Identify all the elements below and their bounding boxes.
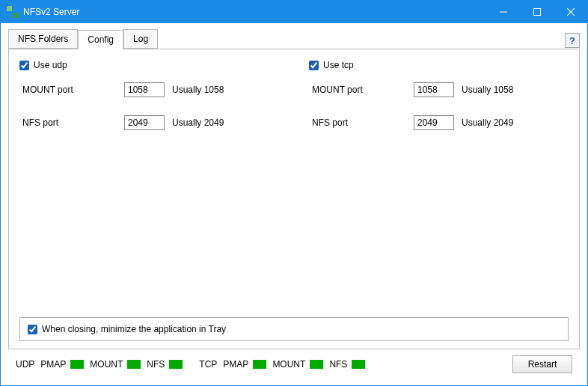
use-tcp-label: Use tcp (323, 60, 354, 70)
tab-log[interactable]: Log (123, 29, 158, 49)
status-led-tcp-mount (310, 360, 323, 369)
status-led-udp-pmap (70, 360, 84, 369)
status-udp-pmap-label: PMAP (40, 359, 66, 370)
close-icon (567, 8, 575, 16)
tcp-nfs-port-input[interactable] (414, 115, 454, 130)
maximize-icon (533, 8, 541, 16)
window-title: NFSv2 Server (23, 7, 486, 17)
udp-mount-row: MOUNT port Usually 1058 (19, 82, 279, 97)
tcp-mount-label: MOUNT port (309, 85, 414, 95)
minimize-icon (500, 8, 507, 16)
use-tcp-row: Use tcp (309, 60, 569, 70)
titlebar[interactable]: NFSv2 Server (1, 1, 587, 23)
status-tcp-pmap-label: PMAP (223, 359, 248, 370)
tcp-mount-hint: Usually 1058 (462, 85, 513, 95)
udp-nfs-label: NFS port (19, 117, 124, 128)
use-udp-row: Use udp (19, 60, 279, 70)
tcp-mount-port-input[interactable] (414, 82, 454, 97)
tab-nfs-folders[interactable]: NFS Folders (8, 29, 78, 49)
status-udp-label: UDP (16, 359, 34, 370)
udp-nfs-port-input[interactable] (124, 115, 165, 130)
tcp-nfs-hint: Usually 2049 (462, 117, 513, 128)
udp-mount-label: MOUNT port (19, 85, 124, 95)
maximize-button[interactable] (520, 1, 554, 23)
status-udp-nfs-label: NFS (147, 359, 165, 370)
status-tcp-nfs-label: NFS (329, 359, 347, 370)
window-controls (486, 1, 587, 23)
status-bar: UDP PMAP MOUNT NFS TCP PMAP MOUNT NFS Re… (8, 349, 580, 378)
tcp-mount-row: MOUNT port Usually 1058 (309, 82, 569, 97)
status-led-udp-nfs (169, 360, 183, 369)
minimize-tray-checkbox[interactable] (28, 325, 37, 334)
use-udp-label: Use udp (34, 60, 67, 70)
use-tcp-checkbox[interactable] (309, 61, 319, 70)
app-icon (7, 6, 19, 18)
close-button[interactable] (554, 1, 587, 23)
status-udp-mount-label: MOUNT (90, 359, 123, 370)
help-button[interactable]: ? (565, 33, 580, 48)
svg-rect-1 (533, 9, 540, 16)
tab-config[interactable]: Config (78, 30, 123, 49)
status-tcp-label: TCP (199, 359, 217, 370)
tray-option-box: When closing, minimize the application i… (19, 317, 569, 341)
panel-spacer (19, 148, 569, 317)
status-led-tcp-pmap (253, 360, 266, 369)
tcp-nfs-label: NFS port (309, 117, 414, 128)
udp-nfs-hint: Usually 2049 (172, 117, 224, 128)
udp-column: Use udp MOUNT port Usually 1058 NFS port… (19, 60, 279, 148)
status-led-tcp-nfs (352, 360, 365, 369)
tab-row: NFS Folders Config Log ? (8, 29, 580, 49)
tcp-column: Use tcp MOUNT port Usually 1058 NFS port… (309, 60, 569, 148)
minimize-button[interactable] (486, 1, 520, 23)
client-area: NFS Folders Config Log ? Use udp MOUNT p… (1, 23, 587, 385)
status-led-udp-mount (127, 360, 141, 369)
udp-mount-hint: Usually 1058 (172, 85, 224, 95)
udp-mount-port-input[interactable] (124, 82, 165, 97)
use-udp-checkbox[interactable] (19, 61, 29, 70)
app-window: NFSv2 Server NFS Folders Config Log ? (0, 0, 588, 386)
config-columns: Use udp MOUNT port Usually 1058 NFS port… (19, 60, 569, 148)
config-panel: Use udp MOUNT port Usually 1058 NFS port… (8, 49, 580, 349)
minimize-tray-label: When closing, minimize the application i… (42, 324, 226, 334)
restart-button[interactable]: Restart (512, 355, 572, 373)
status-tcp-mount-label: MOUNT (272, 359, 305, 370)
tcp-nfs-row: NFS port Usually 2049 (309, 115, 569, 130)
udp-nfs-row: NFS port Usually 2049 (19, 115, 279, 130)
